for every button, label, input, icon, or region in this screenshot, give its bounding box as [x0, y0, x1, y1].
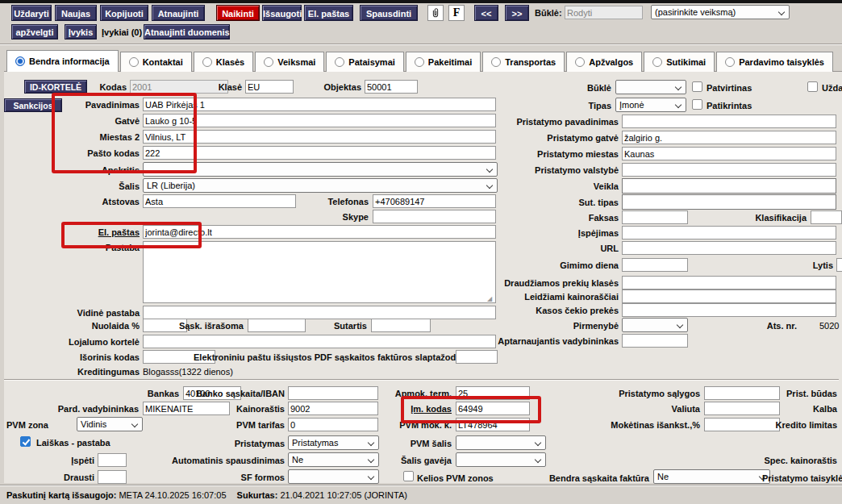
url-input[interactable]	[622, 241, 836, 255]
tab-veiksmai[interactable]: Veiksmai	[255, 52, 324, 72]
sankcijos-button[interactable]: Sankcijos	[4, 98, 62, 112]
salis-select[interactable]: LR (Liberija)	[143, 178, 498, 193]
apmok-term-input[interactable]	[456, 386, 530, 400]
drausti-input[interactable]	[98, 470, 127, 484]
tab-bendra-informacija[interactable]: Bendra informacija	[6, 50, 119, 72]
banko-saskaita-input[interactable]	[288, 386, 378, 400]
pvm-zona-select[interactable]: Vidinis	[77, 417, 143, 431]
pard-vadybininkas-input[interactable]	[143, 402, 230, 415]
veikla-input[interactable]	[622, 178, 836, 194]
tab-pakeitimai[interactable]: Pakeitimai	[406, 52, 481, 72]
tab-sutikimai[interactable]: Sutikimai	[644, 52, 715, 72]
im-kodas-input[interactable]	[456, 402, 530, 415]
next-record-button[interactable]: >>	[505, 5, 529, 21]
action-select[interactable]: (pasirinkite veiksmą)	[651, 5, 790, 19]
events-link[interactable]: Įvykiai (0)	[102, 27, 142, 39]
draudziamos-klases-input[interactable]	[622, 276, 836, 289]
bendra-saskaita-select[interactable]: Ne	[653, 469, 770, 484]
pvm-tarifas-input[interactable]	[288, 418, 378, 431]
objektas-input[interactable]	[365, 80, 418, 94]
aptarnaujantis-input[interactable]	[622, 334, 688, 348]
lojalumo-kortele-input[interactable]	[143, 335, 496, 348]
close-button[interactable]: Uždaryti	[11, 5, 52, 21]
kainorastis-input[interactable]	[288, 402, 378, 415]
overview-button[interactable]: apžvelgti	[11, 24, 58, 40]
radio-icon[interactable]	[725, 57, 735, 67]
miestas2-input[interactable]	[143, 130, 496, 144]
event-button[interactable]: Įvykis	[65, 24, 97, 40]
bukle-toolbar-input[interactable]	[565, 6, 643, 19]
tab-kontaktai[interactable]: Kontaktai	[120, 52, 192, 72]
pavadinimas-input[interactable]	[143, 98, 496, 111]
pirmenybe-select[interactable]	[622, 318, 688, 332]
tab-pataisymai[interactable]: Pataisymai	[326, 52, 403, 72]
radio-icon[interactable]	[652, 57, 662, 67]
pristatymas-select[interactable]: Pristatymas	[288, 435, 379, 450]
ispeti-input[interactable]	[98, 453, 127, 467]
prist-miestas-input[interactable]	[622, 147, 836, 160]
pdf-slaptazodis-input[interactable]	[456, 350, 498, 364]
radio-icon[interactable]	[415, 57, 424, 67]
apskritis-select[interactable]	[143, 162, 498, 177]
radio-icon[interactable]	[491, 57, 501, 67]
tab-pardavimo-taisykles[interactable]: Pardavimo taisyklės	[716, 52, 833, 72]
klasifikacija-input[interactable]	[811, 210, 842, 224]
delete-button[interactable]: Naikinti	[216, 5, 260, 21]
tab-klases[interactable]: Klasės	[194, 52, 253, 72]
pvm-salis-select[interactable]	[456, 435, 546, 450]
leidziami-kainorasciai-input[interactable]	[622, 289, 836, 303]
sut-tipas-input[interactable]	[622, 194, 836, 210]
copy-button[interactable]: Kopijuoti	[100, 5, 148, 21]
radio-icon[interactable]	[202, 57, 212, 67]
faksas-input[interactable]	[622, 210, 688, 224]
sutartis-input[interactable]	[371, 319, 431, 332]
radio-icon[interactable]	[264, 57, 273, 67]
forum-button[interactable]: F	[448, 5, 465, 21]
sf-formos-select[interactable]	[288, 469, 379, 484]
kelios-pvm-zonos-checkbox[interactable]	[403, 471, 414, 481]
gatve-input[interactable]	[143, 114, 496, 127]
tab-transportas[interactable]: Transportas	[482, 52, 565, 72]
sask-israsoma-input[interactable]	[248, 319, 306, 332]
pasto-kodas-input[interactable]	[143, 146, 496, 160]
salis-gaveja-select[interactable]	[456, 452, 546, 467]
kasos-cekio-prekes-input[interactable]	[622, 303, 836, 317]
patikrintas-checkbox[interactable]	[692, 99, 702, 110]
tab-apzvalgos[interactable]: Apžvalgos	[566, 52, 642, 72]
prist-pavadinimas-input[interactable]	[622, 115, 836, 128]
radio-icon[interactable]	[335, 57, 344, 67]
prev-record-button[interactable]: <<	[474, 5, 498, 21]
klase-input[interactable]	[245, 80, 294, 94]
vidine-pastaba-input[interactable]	[143, 306, 496, 319]
uzdarytas-checkbox[interactable]	[807, 81, 818, 92]
attachment-button[interactable]	[427, 5, 444, 21]
lytis-input[interactable]	[836, 258, 842, 272]
tipas-select[interactable]: Įmonė	[615, 98, 686, 112]
valiuta-input[interactable]	[704, 402, 780, 415]
email-button[interactable]: El. paštas	[304, 5, 353, 21]
pvm-mok-k-input[interactable]	[456, 418, 530, 431]
save-button[interactable]: Išsaugoti	[262, 5, 302, 21]
el-pastas-input[interactable]	[143, 225, 496, 239]
telefonas-input[interactable]	[373, 194, 496, 208]
id-card-button[interactable]: ID-KORTELĖ	[24, 80, 87, 94]
prist-valstybe-input[interactable]	[622, 163, 836, 177]
pastaba-textarea[interactable]	[143, 241, 496, 303]
prist-gatve-input[interactable]	[622, 131, 836, 144]
atstovas-input[interactable]	[143, 194, 296, 208]
radio-icon[interactable]	[129, 57, 139, 67]
patvirtinas-checkbox[interactable]	[692, 81, 702, 92]
refresh-data-button[interactable]: Atnaujinti duomenis	[144, 24, 230, 40]
im-kodas-link-label[interactable]: Įm. kodas	[403, 403, 452, 415]
ispejimas-input[interactable]	[622, 226, 836, 240]
el-pastas-link-label[interactable]: El. paštas	[67, 227, 140, 239]
radio-icon[interactable]	[575, 57, 585, 67]
skype-input[interactable]	[373, 210, 496, 223]
print-button[interactable]: Spausdinti	[360, 5, 418, 21]
bukle-select[interactable]	[615, 80, 686, 94]
laiskas-pastaba-checkbox[interactable]	[20, 436, 31, 447]
new-button[interactable]: Naujas	[55, 5, 97, 21]
gimimo-diena-input[interactable]	[622, 258, 688, 272]
refresh-button[interactable]: Atnaujinti	[152, 5, 205, 21]
autom-spausdinimas-select[interactable]: Ne	[288, 452, 379, 467]
